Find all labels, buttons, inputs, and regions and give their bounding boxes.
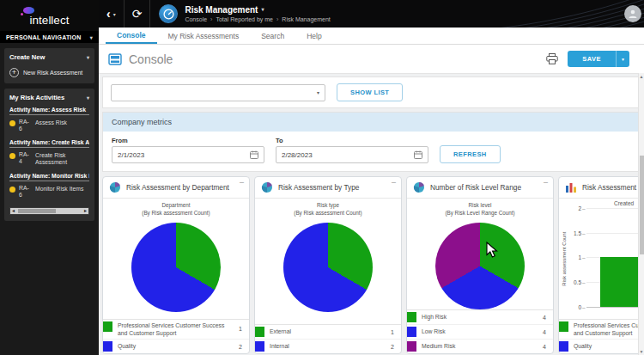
to-label: To [276, 137, 428, 144]
scrollbar-thumb[interactable] [18, 209, 57, 213]
my-risk-activities-panel: My Risk Activities ▾ Activity Name: Asse… [4, 89, 94, 221]
calendar-icon[interactable] [250, 150, 258, 159]
calendar-icon[interactable] [414, 150, 422, 159]
pie-chart[interactable] [283, 223, 373, 312]
intellect-logo[interactable]: intellect [0, 0, 99, 31]
from-label: From [112, 137, 264, 144]
tab-help[interactable]: Help [295, 28, 332, 44]
card-body: Risk level (By Risk Level Range Count) [407, 199, 553, 309]
scrollbar-thumb[interactable] [640, 156, 644, 254]
my-risk-activities-header[interactable]: My Risk Activities ▾ [9, 94, 89, 101]
y-tick: 1.5 [574, 230, 586, 236]
card-title: Number of Risk Level Range [430, 183, 528, 192]
from-date-field: From 2/1/2023 [112, 137, 264, 163]
activity-id: RA-6 [19, 185, 32, 199]
activity-label: Assess Risk [35, 119, 67, 126]
create-new-header[interactable]: Create New ▾ [9, 53, 89, 61]
scroll-up-arrow-icon[interactable]: ▲ [639, 73, 644, 80]
create-new-label: Create New [9, 53, 45, 61]
legend-item[interactable]: Low Risk 4 [407, 324, 553, 339]
scroll-left-arrow-icon[interactable]: ◂ [10, 208, 16, 213]
print-icon[interactable] [546, 53, 558, 64]
plus-circle-icon: + [9, 68, 19, 77]
card-header: Number of Risk Level Range – [407, 177, 553, 199]
card-title: Risk Assessment by Department [126, 183, 236, 192]
legend-item[interactable]: Medium Risk 4 [407, 339, 553, 353]
risk-management-app-icon[interactable] [159, 4, 178, 23]
pie-chart[interactable] [131, 223, 221, 312]
page-title: Console [129, 52, 173, 66]
person-icon [628, 9, 638, 19]
refresh-button[interactable]: REFRESH [440, 145, 501, 163]
page-header: Console SAVE ▼ [99, 45, 644, 74]
refresh-icon[interactable]: ⟳ [125, 8, 150, 20]
tab-console[interactable]: Console [106, 28, 157, 44]
legend-item[interactable]: Internal 2 [255, 339, 401, 353]
console-filter-dropdown[interactable]: ▾ [111, 84, 325, 101]
chevron-down-icon: ▾ [317, 89, 319, 95]
save-button[interactable]: SAVE ▼ [568, 51, 629, 67]
activity-label: Monitor Risk Items [35, 185, 83, 193]
scrollbar-track[interactable] [16, 208, 82, 214]
y-tick: 0 [578, 303, 585, 309]
back-button[interactable]: ‹ ▾ [99, 8, 124, 20]
legend-swatch [559, 321, 568, 332]
card-header: Risk Assessment by Type – [255, 177, 401, 199]
legend-label: Low Risk [422, 327, 539, 335]
tab-bar: Console My Risk Assessments Search Help [99, 28, 644, 45]
legend-label: Professional Services Customer Success a… [118, 321, 235, 337]
pie-chart-icon [109, 181, 121, 193]
breadcrumb-separator: › [210, 15, 212, 23]
activity-item-create-risk-assessment[interactable]: RA-4 Create Risk Assessment [9, 148, 89, 168]
legend-label: High Risk [422, 313, 539, 321]
pie-chart[interactable] [435, 223, 525, 309]
breadcrumb-risk-management[interactable]: Risk Management [282, 15, 330, 23]
app-title-text: Risk Management [185, 4, 258, 15]
chart-subtitle: Department (By Risk assessment Count) [142, 202, 210, 217]
gauge-icon [163, 9, 174, 20]
legend-value: 4 [543, 329, 546, 335]
breadcrumb-console[interactable]: Console [185, 15, 207, 23]
legend-value: 2 [391, 344, 394, 350]
legend-label: Quality [118, 342, 235, 350]
from-date-input[interactable]: 2/1/2023 [112, 146, 264, 163]
app-title[interactable]: Risk Management▾ [185, 4, 330, 15]
collapse-button[interactable]: – [392, 178, 396, 187]
user-avatar[interactable] [624, 5, 641, 22]
legend-item[interactable]: Professional Services Customer Success a… [559, 320, 644, 339]
activity-id: RA-6 [19, 119, 32, 133]
to-date-input[interactable]: 2/28/2023 [276, 146, 428, 163]
from-date-value: 2/1/2023 [118, 151, 144, 159]
console-icon [108, 52, 122, 66]
tab-search[interactable]: Search [250, 28, 295, 44]
legend-swatch [255, 327, 264, 337]
show-list-button[interactable]: SHOW LIST [337, 83, 403, 101]
personal-navigation-header[interactable]: PERSONAL NAVIGATION ▾ [0, 31, 99, 43]
legend-value: 4 [543, 344, 546, 350]
collapse-button[interactable]: – [544, 178, 548, 187]
legend-item[interactable]: High Risk 4 [407, 310, 553, 324]
legend-item[interactable]: Quality 2 [559, 339, 644, 353]
collapse-button[interactable]: – [240, 178, 244, 187]
activity-item-assess-risk[interactable]: RA-6 Assess Risk [9, 115, 89, 134]
intellect-logo-text: intellect [30, 15, 70, 27]
legend-item[interactable]: Professional Services Customer Success a… [103, 320, 249, 339]
legend-label: Professional Services Customer Success a… [574, 321, 644, 337]
legend-item[interactable]: Quality 2 [103, 339, 249, 353]
chevron-down-icon: ▾ [113, 11, 116, 17]
gridline [586, 208, 644, 209]
sidebar-horizontal-scrollbar[interactable]: ◂ ▸ [9, 207, 89, 215]
save-dropdown-caret[interactable]: ▼ [616, 51, 629, 67]
breadcrumb-total-reported-by-me[interactable]: Total Reported by me [216, 15, 273, 23]
company-metrics-filters: From 2/1/2023 To 2/28/2023 [103, 132, 640, 171]
scroll-right-arrow-icon[interactable]: ▸ [82, 208, 88, 213]
activity-item-monitor-risk-items[interactable]: RA-6 Monitor Risk Items [9, 181, 89, 200]
vertical-scrollbar[interactable]: ▲ ▼ [638, 73, 644, 355]
scroll-down-arrow-icon[interactable]: ▼ [639, 348, 644, 355]
activity-group-name: Activity Name: Create Risk Ass [9, 134, 89, 148]
new-risk-assessment-button[interactable]: + New Risk Assessment [9, 68, 89, 77]
tab-my-risk-assessments[interactable]: My Risk Assessments [157, 28, 251, 44]
activity-id: RA-4 [19, 151, 32, 166]
legend-item[interactable]: External 1 [255, 325, 401, 339]
chevron-down-icon: ▾ [261, 7, 264, 14]
